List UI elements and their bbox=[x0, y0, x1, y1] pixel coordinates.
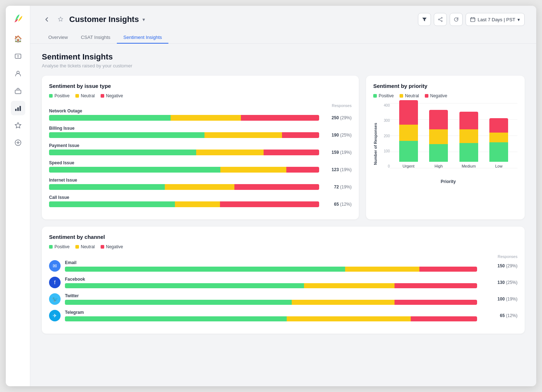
negative-dot bbox=[101, 94, 104, 98]
channel-name: Facebook bbox=[65, 277, 477, 282]
neutral-segment bbox=[459, 129, 478, 143]
issue-row: Internet Issue 72 (19%) bbox=[49, 178, 352, 190]
negative-bar bbox=[282, 132, 319, 138]
ch-positive-bar bbox=[65, 300, 292, 305]
channel-icon: ✈ bbox=[49, 310, 61, 321]
neutral-bar bbox=[220, 167, 286, 173]
y-axis-label: 0 bbox=[379, 164, 390, 168]
positive-bar bbox=[49, 115, 171, 121]
issue-rows: Responses Network Outage 250 (29%) Billi… bbox=[49, 103, 352, 207]
positive-bar bbox=[49, 132, 204, 138]
issue-count: 123 (19%) bbox=[323, 167, 352, 172]
negative-bar bbox=[234, 184, 319, 190]
issue-name: Internet Issue bbox=[49, 178, 352, 183]
tab-overview[interactable]: Overview bbox=[42, 32, 74, 44]
negative-dot-ch bbox=[101, 245, 104, 249]
channel-count: 150 (29%) bbox=[481, 263, 517, 268]
issue-count: 159 (19%) bbox=[323, 150, 352, 155]
svg-point-9 bbox=[441, 21, 442, 22]
tab-csat[interactable]: CSAT Insights bbox=[74, 32, 117, 44]
negative-segment bbox=[459, 112, 478, 130]
positive-segment bbox=[429, 144, 448, 162]
issue-count: 72 (19%) bbox=[323, 184, 352, 190]
channel-row: ✉ Email 150 (29%) bbox=[49, 260, 517, 272]
stacked-bar bbox=[489, 118, 508, 162]
positive-segment bbox=[489, 142, 508, 162]
filter-button[interactable] bbox=[418, 13, 431, 26]
priority-bar-group: High bbox=[429, 110, 448, 168]
header: Customer Insights ▾ bbox=[30, 6, 536, 26]
neutral-bar bbox=[204, 132, 282, 138]
priority-bar-group: Medium bbox=[459, 112, 478, 168]
channel-icon: ✉ bbox=[49, 260, 61, 272]
positive-dot bbox=[49, 94, 53, 98]
neutral-bar bbox=[171, 115, 241, 121]
ch-neutral-bar bbox=[345, 267, 419, 272]
neutral-label: Neutral bbox=[81, 93, 95, 98]
issue-bar bbox=[49, 201, 319, 207]
positive-segment bbox=[399, 141, 418, 162]
channel-bar bbox=[65, 267, 477, 272]
charts-row: Sentiment by issue type Positive Neutral bbox=[42, 76, 525, 219]
title-dropdown-icon[interactable]: ▾ bbox=[142, 17, 145, 22]
svg-point-8 bbox=[441, 17, 442, 18]
issue-bar bbox=[49, 132, 319, 138]
priority-chart-area: Number of Responses 0100200300400 Urgent bbox=[373, 103, 517, 184]
bar-x-label: Medium bbox=[462, 164, 476, 168]
svg-rect-5 bbox=[17, 107, 19, 111]
back-button[interactable] bbox=[42, 14, 52, 24]
sidebar-item-favorites[interactable] bbox=[11, 118, 25, 133]
y-axis-label: 300 bbox=[379, 119, 390, 122]
neutral-segment bbox=[399, 125, 418, 141]
channel-count: 100 (19%) bbox=[481, 297, 517, 302]
ch-negative-bar bbox=[411, 316, 477, 321]
date-range-button[interactable]: Last 7 Days | PST ▾ bbox=[466, 13, 525, 26]
refresh-button[interactable] bbox=[450, 13, 463, 26]
sidebar-item-home[interactable]: 🏠 bbox=[11, 32, 25, 46]
neutral-dot-2 bbox=[400, 94, 403, 98]
sidebar-item-ticket[interactable]: T bbox=[11, 49, 25, 63]
issue-row: Speed Issue 123 (19%) bbox=[49, 160, 352, 173]
neutral-segment bbox=[489, 133, 508, 142]
favorite-button[interactable] bbox=[56, 14, 66, 24]
sidebar: 🏠 T bbox=[6, 6, 30, 386]
neutral-bar bbox=[165, 184, 234, 190]
issue-row: Network Outage 250 (29%) bbox=[49, 108, 352, 121]
priority-chart-card: Sentiment by priority Positive Neutral bbox=[366, 76, 525, 219]
main-content: Customer Insights ▾ bbox=[30, 6, 536, 386]
negative-segment bbox=[489, 118, 508, 133]
sidebar-item-analytics[interactable] bbox=[11, 101, 25, 115]
tab-sentiment[interactable]: Sentiment Insights bbox=[117, 32, 168, 44]
negative-segment bbox=[399, 100, 418, 125]
priority-bar-group: Urgent bbox=[399, 100, 418, 168]
channel-bar bbox=[65, 283, 477, 288]
legend-negative-2: Negative bbox=[425, 93, 447, 98]
issue-bar bbox=[49, 167, 319, 173]
channel-row: 🐦 Twitter 100 (19%) bbox=[49, 293, 517, 305]
issue-row: Payment Issue 159 (19%) bbox=[49, 143, 352, 155]
ch-neutral-bar bbox=[287, 316, 411, 321]
legend-neutral-2: Neutral bbox=[400, 93, 419, 98]
neutral-bar bbox=[196, 150, 264, 155]
issue-name: Billing Issue bbox=[49, 126, 352, 131]
issue-bar bbox=[49, 115, 319, 121]
channel-name: Twitter bbox=[65, 293, 477, 298]
svg-rect-11 bbox=[471, 18, 475, 22]
svg-text:T: T bbox=[17, 55, 19, 58]
header-actions: Last 7 Days | PST ▾ bbox=[418, 13, 525, 26]
share-button[interactable] bbox=[434, 13, 447, 26]
issue-type-chart-card: Sentiment by issue type Positive Neutral bbox=[42, 76, 359, 219]
sidebar-item-contacts[interactable] bbox=[11, 66, 25, 81]
issue-row: Call Issue 65 (12%) bbox=[49, 195, 352, 207]
ch-positive-bar bbox=[65, 283, 304, 288]
ch-negative-bar bbox=[419, 267, 477, 272]
header-left: Customer Insights ▾ bbox=[42, 14, 145, 24]
neutral-dot-ch bbox=[75, 245, 79, 249]
issue-legend: Positive Neutral Negative bbox=[49, 93, 352, 98]
legend-positive-ch: Positive bbox=[49, 244, 70, 249]
page-title: Customer Insights bbox=[69, 15, 139, 24]
sidebar-item-work[interactable] bbox=[11, 84, 25, 98]
issue-count: 65 (12%) bbox=[323, 202, 352, 207]
legend-positive-2: Positive bbox=[373, 93, 394, 98]
sidebar-item-add[interactable] bbox=[11, 135, 25, 150]
